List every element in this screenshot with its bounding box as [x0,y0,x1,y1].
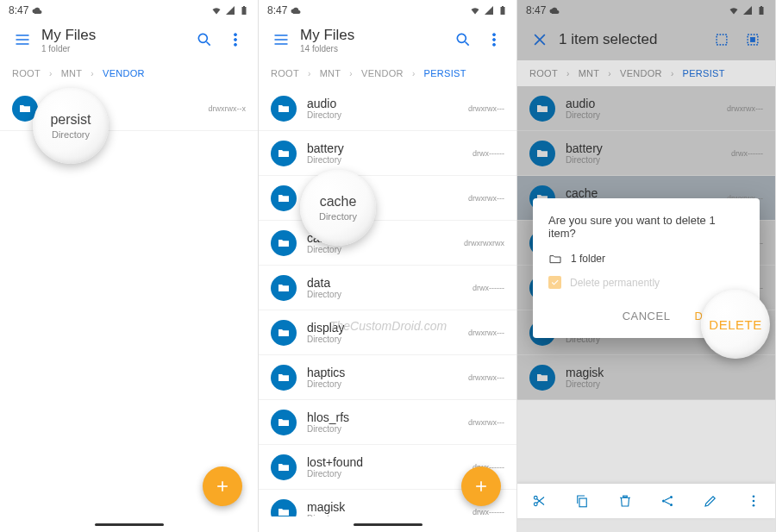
delete-button[interactable]: DELETE [691,304,744,328]
chevron-right-icon: › [412,69,416,78]
list-item[interactable]: dataDirectorydrwx------ [259,266,516,310]
folder-icon [271,141,297,166]
list-item[interactable]: hapticsDirectorydrwxrwx--- [259,355,516,400]
item-type: Directory [307,110,458,120]
breadcrumb-item[interactable]: ROOT [529,68,558,78]
folder-icon [271,454,297,480]
item-permissions: drwxrwxrwx [464,239,504,247]
folder-icon [271,499,297,517]
overflow-icon[interactable] [479,24,510,55]
item-permissions: drwx------ [731,149,763,158]
breadcrumb-item[interactable]: MNT [579,68,600,78]
svg-point-14 [662,500,665,503]
breadcrumb-item[interactable]: ROOT [271,68,299,78]
status-bar: 8:47 [259,0,516,19]
svg-point-15 [670,496,673,498]
add-button[interactable] [203,466,242,506]
status-bar: 8:47 [0,0,258,19]
select-inverse-icon[interactable] [737,24,768,55]
breadcrumb-item[interactable]: VENDOR [361,68,404,78]
item-name: haptics [307,366,458,379]
selection-title: 1 item selected [559,31,706,48]
item-type: Directory [307,379,458,389]
list-item[interactable]: audioDirectorydrwxrwx--- [517,86,775,131]
folder-icon [12,96,38,122]
chevron-right-icon: › [91,69,94,78]
breadcrumb-item[interactable]: VENDOR [620,68,662,78]
list-item[interactable]: cacheDirectorydrwxrwx--- [259,176,516,221]
action-bar [517,484,775,518]
search-icon[interactable] [447,24,479,55]
list-item[interactable]: persistDirectorydrwxrwx--x [0,86,258,131]
chevron-right-icon: › [671,69,674,78]
svg-point-5 [493,34,496,36]
svg-point-3 [235,43,237,46]
nav-gesture-bar [259,516,516,532]
item-name: audio [566,97,717,110]
breadcrumb-item[interactable]: MNT [320,68,341,78]
panel-delete: 8:47 1 item selected ROOT›MNT›VENDOR›PER… [517,0,776,532]
item-type: Directory [307,155,462,165]
copy-icon[interactable] [566,485,598,516]
add-button[interactable] [461,466,501,506]
delete-icon[interactable] [610,485,641,516]
close-icon[interactable] [524,24,555,55]
item-type: Directory [307,200,458,210]
item-type: Directory [307,469,462,479]
battery-icon [498,5,508,16]
svg-point-11 [534,503,537,506]
chevron-right-icon: › [566,69,570,78]
list-item[interactable]: hlos_rfsDirectorydrwxrwx--- [259,400,516,445]
chevron-right-icon: › [608,69,611,78]
list-item[interactable]: batteryDirectorydrwx------ [259,131,516,176]
folder-icon [529,96,555,122]
item-type: Directory [307,245,454,254]
overflow-icon[interactable] [738,485,769,516]
chevron-right-icon: › [349,69,353,78]
folder-icon [271,410,297,435]
file-list: persistDirectorydrwxrwx--x [0,86,258,516]
breadcrumb-item[interactable]: PERSIST [424,68,466,78]
item-name: hlos_rfs [307,410,458,424]
list-item[interactable]: cameraDirectorydrwxrwxrwx [259,221,516,266]
menu-icon[interactable] [266,24,297,55]
item-permissions: drwx------ [472,149,504,158]
svg-point-18 [753,500,755,503]
svg-point-17 [753,495,755,498]
list-item[interactable]: magiskDirectory [517,355,775,400]
breadcrumb-item[interactable]: ROOT [12,68,41,78]
cloud-icon [291,5,301,16]
item-type: Directory [566,155,721,165]
list-item[interactable]: audioDirectorydrwxrwx--- [259,86,516,131]
folder-icon [529,141,555,166]
edit-icon[interactable] [695,485,726,516]
signal-icon [225,5,235,16]
list-item[interactable]: displayDirectorydrwxrwx--- [259,310,516,355]
folder-icon [529,365,555,391]
item-name: lost+found [307,455,462,469]
share-icon[interactable] [652,485,683,516]
signal-icon [742,5,753,16]
overflow-icon[interactable] [220,24,251,55]
item-permissions: drwx------ [472,284,504,292]
breadcrumb-item[interactable]: MNT [61,68,83,78]
item-permissions: drwxrwx--- [468,329,504,337]
item-type: Directory [307,290,462,299]
list-item[interactable]: batteryDirectorydrwx------ [517,131,775,176]
item-permissions: drwx------ [472,508,504,516]
breadcrumb-item[interactable]: VENDOR [103,68,145,78]
folder-icon [271,96,297,122]
breadcrumb-item[interactable]: PERSIST [683,68,725,78]
folder-icon [271,185,297,211]
status-time: 8:47 [267,4,287,16]
menu-icon[interactable] [7,24,38,55]
item-permissions: drwxrwx--- [468,418,504,427]
delete-permanently-checkbox[interactable]: Delete permanently [548,276,744,289]
cut-icon[interactable] [523,485,554,516]
status-bar: 8:47 [517,0,775,19]
svg-point-19 [753,504,755,507]
search-icon[interactable] [189,24,220,55]
cancel-button[interactable]: CANCEL [619,304,674,328]
select-all-icon[interactable] [706,24,737,55]
signal-icon [484,5,494,16]
